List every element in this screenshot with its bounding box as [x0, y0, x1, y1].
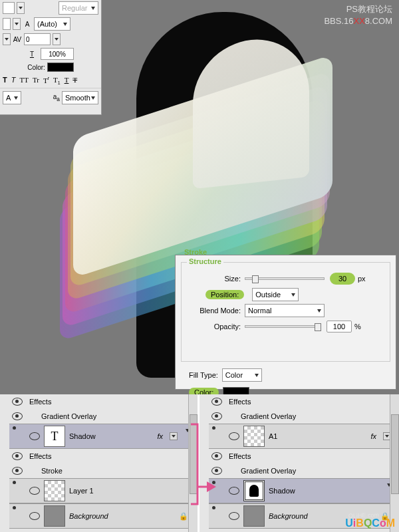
uibq-logo: UiBQCoM [345, 517, 395, 529]
visibility-toggle[interactable] [12, 412, 21, 420]
metric-input[interactable] [3, 18, 11, 30]
layer-name: Shadow [69, 432, 96, 440]
layer-thumbnail[interactable] [243, 426, 265, 447]
font-size-dropdown[interactable] [17, 2, 25, 14]
filltype-select[interactable]: Color [222, 368, 262, 382]
fx-badge[interactable]: fx [157, 432, 163, 440]
structure-group: Structure Size: 30 px Position: Outside … [181, 262, 390, 362]
superscript-button[interactable]: Tr [43, 76, 49, 85]
scale-input[interactable] [41, 48, 74, 60]
stroke-effect-label: Stroke [41, 467, 63, 475]
opacity-slider[interactable] [245, 325, 321, 328]
visibility-toggle[interactable] [229, 487, 239, 495]
scale-icon: T [27, 49, 37, 59]
visibility-toggle[interactable] [211, 398, 221, 406]
fx-badge[interactable]: fx [370, 432, 376, 440]
size-label: Size: [182, 275, 245, 283]
opacity-unit: % [354, 323, 361, 331]
scrollbar[interactable] [188, 394, 198, 532]
effects-label: Effects [229, 398, 251, 406]
layer-name: Layer 1 [69, 487, 94, 495]
visibility-toggle[interactable] [29, 512, 40, 520]
subscript-button[interactable]: T1 [53, 76, 61, 85]
stroke-title: Stroke [182, 248, 209, 256]
character-panel: Regular A (Auto) AV T Color: T T TT Tr T… [0, 0, 102, 115]
layers-comparison: Effects Gradient Overlay T Shadow fx Eff… [0, 394, 399, 532]
layer-thumbnail[interactable] [243, 505, 265, 527]
watermark-text: PS教程论坛 BBS.16XX8.COM [324, 3, 392, 27]
layer-thumbnail[interactable] [243, 480, 265, 501]
layer-name: Shadow [269, 487, 295, 495]
text-color-swatch[interactable] [47, 63, 74, 72]
effects-label: Effects [29, 398, 51, 406]
language-select[interactable]: A [3, 91, 21, 104]
kerning-dropdown[interactable] [3, 33, 11, 45]
effects-label: Effects [29, 452, 51, 460]
size-slider[interactable] [245, 277, 325, 280]
smallcaps-button[interactable]: Tr [33, 76, 39, 85]
watermark-line2: BBS.16XX8.COM [324, 15, 392, 27]
text-style-row: T T TT Tr Tr T1 T T [0, 73, 101, 88]
tracking-input[interactable] [24, 33, 51, 45]
layer-row-shadow[interactable]: T Shadow fx [9, 424, 192, 449]
underline-button[interactable]: T [65, 76, 69, 85]
leading-icon: A [23, 19, 32, 29]
visibility-toggle[interactable] [211, 412, 221, 420]
font-size-input[interactable] [3, 2, 15, 14]
antialias-select[interactable]: Smooth [62, 91, 98, 104]
layer-row-shadow[interactable]: Shadow [209, 478, 394, 503]
layer-row-background[interactable]: Background 🔒 [9, 503, 192, 529]
effects-label: Effects [229, 452, 251, 460]
gradient-overlay-label: Gradient Overlay [241, 467, 296, 475]
layer-name: Background [69, 512, 108, 520]
lock-icon: 🔒 [179, 512, 188, 521]
canvas-area: PS教程论坛 BBS.16XX8.COM Regular A (Auto) [0, 0, 399, 392]
layer-name: A1 [269, 432, 277, 440]
color-label: Color: [27, 64, 45, 71]
glass-arch [193, 34, 309, 189]
visibility-toggle[interactable] [12, 398, 21, 406]
layer-thumbnail-text[interactable]: T [44, 426, 65, 447]
layer-thumbnail[interactable] [44, 480, 65, 501]
strikethrough-button[interactable]: T [72, 76, 77, 85]
layer-row-a1[interactable]: A1 fx [209, 424, 394, 449]
metric-dropdown[interactable] [13, 18, 21, 30]
size-value[interactable]: 30 [330, 273, 355, 285]
watermark-line1: PS教程论坛 [324, 3, 392, 15]
fx-expand-toggle[interactable] [170, 432, 178, 440]
visibility-toggle[interactable] [211, 467, 221, 475]
visibility-toggle[interactable] [29, 487, 40, 495]
structure-label: Structure [187, 257, 223, 265]
tracking-icon: AV [13, 35, 22, 44]
layer-thumbnail[interactable] [44, 505, 65, 527]
size-unit: px [358, 275, 366, 283]
visibility-toggle[interactable] [12, 467, 21, 475]
stroke-panel: Stroke Structure Size: 30 px Position: O… [175, 255, 396, 390]
font-weight-select[interactable]: Regular [59, 1, 98, 15]
opacity-value[interactable]: 100 [327, 321, 352, 332]
gradient-overlay-label: Gradient Overlay [41, 412, 96, 420]
visibility-toggle[interactable] [12, 452, 21, 460]
visibility-toggle[interactable] [29, 432, 40, 440]
faux-italic-button[interactable]: T [11, 76, 16, 85]
faux-bold-button[interactable]: T [3, 76, 7, 85]
tracking-dropdown[interactable] [53, 33, 61, 45]
visibility-toggle[interactable] [229, 512, 239, 520]
scrollbar[interactable] [390, 394, 399, 532]
opacity-label: Opacity: [182, 323, 245, 331]
position-select[interactable]: Outside [252, 288, 299, 301]
filltype-label: Fill Type: [189, 371, 218, 379]
allcaps-button[interactable]: TT [19, 76, 28, 85]
visibility-toggle[interactable] [211, 452, 221, 460]
blendmode-label: Blend Mode: [182, 307, 245, 315]
gradient-overlay-label: Gradient Overlay [241, 412, 296, 420]
visibility-toggle[interactable] [229, 432, 239, 440]
layer-row-layer1[interactable]: Layer 1 [9, 478, 192, 503]
leading-select[interactable]: (Auto) [34, 17, 70, 31]
layers-panel-before: Effects Gradient Overlay T Shadow fx Eff… [0, 394, 200, 532]
layer-name: Background [269, 512, 308, 520]
blendmode-select[interactable]: Normal [245, 304, 325, 317]
position-label: Position: [205, 290, 244, 299]
